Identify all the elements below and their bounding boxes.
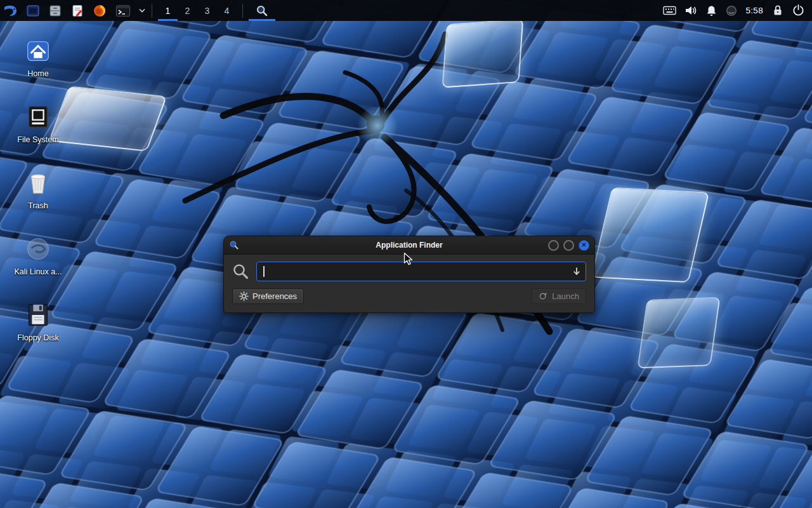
workspace-4[interactable]: 4 (217, 0, 237, 21)
tray-status-button[interactable] (726, 5, 737, 17)
keyboard-indicator[interactable] (663, 6, 676, 15)
glass-cube (442, 18, 524, 88)
notifications-button[interactable] (706, 5, 717, 17)
glass-cube (637, 297, 720, 369)
volume-button[interactable] (685, 5, 697, 16)
action-row: Preferences Launch (224, 283, 594, 312)
application-finder-icon (256, 4, 268, 17)
desktop-icon-label: Trash (28, 201, 48, 210)
launch-label: Launch (552, 291, 579, 301)
desktop-icon-trash[interactable]: Trash (8, 168, 69, 210)
terminal-dropdown-button[interactable] (138, 3, 146, 19)
panel-right: 5:58 (663, 0, 807, 21)
volume-icon (685, 5, 697, 16)
kali-menu-button[interactable] (3, 3, 19, 19)
floppy-disk-icon (23, 300, 53, 330)
workspace-2[interactable]: 2 (178, 0, 197, 21)
desktop-icon-list: Home File System (8, 36, 69, 342)
chevron-down-icon (139, 8, 145, 13)
application-finder-window: Application Finder ✕ (223, 236, 595, 313)
launcher-terminal[interactable] (114, 3, 133, 19)
desktop-icon-home[interactable]: Home (8, 36, 69, 78)
text-editor-icon (70, 4, 84, 18)
desktop-icon-label: File System (17, 135, 58, 144)
file-manager-icon (48, 4, 62, 18)
file-system-icon (23, 102, 53, 132)
search-box (256, 262, 586, 281)
kali-logo-icon (3, 3, 18, 18)
minimize-button[interactable] (548, 240, 559, 251)
desktop-icon-floppy-disk[interactable]: Floppy Disk (8, 300, 69, 342)
desktop-icon-label: Floppy Disk (17, 333, 58, 342)
desktop-icon-file-system[interactable]: File System (8, 102, 69, 144)
gear-icon (239, 291, 249, 301)
workspace-1[interactable]: 1 (158, 0, 178, 21)
desktop-icon-kali-docs[interactable]: Kali Linux a... (8, 234, 69, 276)
keyboard-icon (663, 6, 676, 15)
taskbar-application-finder[interactable] (249, 0, 275, 21)
bell-icon (706, 5, 717, 17)
preferences-button[interactable]: Preferences (232, 288, 304, 304)
desktop-icon-label: Home (27, 69, 48, 78)
clock[interactable]: 5:58 (746, 6, 763, 15)
glass-cube (591, 187, 710, 283)
arrow-down-icon (572, 266, 582, 276)
launcher-firefox[interactable] (91, 3, 108, 19)
desktop-screen: 1 2 3 4 (0, 0, 812, 508)
logout-icon (792, 4, 804, 17)
window-manager-icon (26, 4, 40, 18)
launch-button[interactable]: Launch (532, 288, 586, 304)
home-icon (23, 36, 53, 66)
panel-left: 1 2 3 4 (3, 0, 275, 21)
search-icon (232, 263, 249, 280)
lock-screen-button[interactable] (772, 4, 783, 17)
kali-docs-icon (23, 234, 53, 264)
top-panel: 1 2 3 4 (0, 0, 812, 21)
launcher-window-manager[interactable] (25, 3, 41, 19)
lock-icon (772, 4, 783, 17)
preferences-label: Preferences (252, 291, 297, 301)
search-row (224, 255, 594, 283)
window-title: Application Finder (224, 241, 594, 250)
tray-status-icon (726, 5, 737, 17)
logout-button[interactable] (792, 4, 804, 17)
maximize-button[interactable] (563, 240, 574, 251)
glow-accent (355, 107, 400, 145)
panel-separator (152, 4, 152, 18)
workspace-switcher: 1 2 3 4 (158, 0, 237, 21)
firefox-icon (93, 4, 107, 18)
workspace-3[interactable]: 3 (197, 0, 217, 21)
window-controls: ✕ (548, 240, 589, 251)
launcher-text-editor[interactable] (69, 3, 86, 19)
launcher-file-manager[interactable] (47, 3, 63, 19)
search-input[interactable] (256, 262, 586, 281)
history-dropdown-button[interactable] (572, 266, 582, 279)
trash-icon (23, 168, 53, 198)
close-button[interactable]: ✕ (579, 240, 589, 251)
text-caret (263, 266, 265, 277)
launch-icon (539, 291, 548, 301)
titlebar[interactable]: Application Finder ✕ (224, 236, 594, 255)
terminal-icon (115, 4, 131, 18)
desktop-icon-label: Kali Linux a... (14, 267, 62, 276)
panel-separator (242, 4, 243, 18)
